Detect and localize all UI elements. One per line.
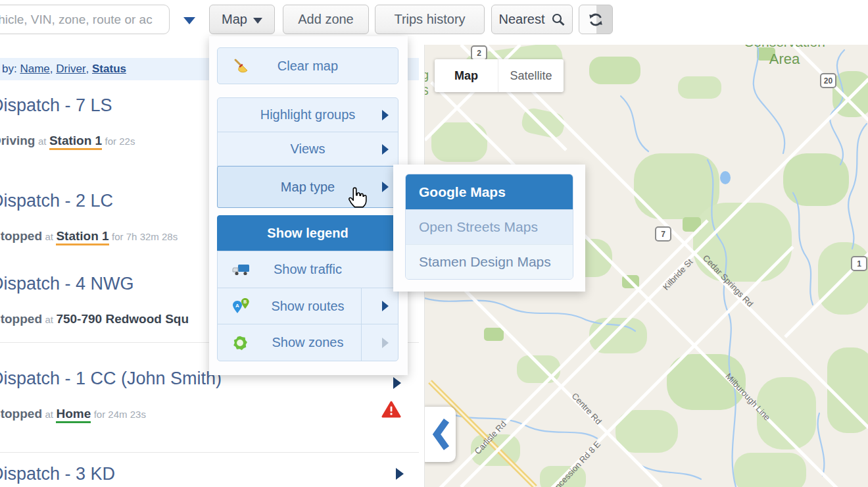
at-word: at: [38, 136, 47, 147]
road-label: Centre Rd: [570, 391, 604, 426]
sort-separator: ,: [86, 63, 92, 76]
sort-separator: ,: [50, 63, 56, 76]
svg-text:A: A: [235, 303, 239, 309]
vehicle-state: Stopped: [0, 312, 42, 326]
menu-item-show-routes[interactable]: B A Show routes: [217, 288, 398, 324]
map-menu-button[interactable]: Map: [209, 5, 275, 34]
map-type-control: Map Satellite: [435, 59, 564, 92]
fleet-tracking-app: Map Add zone Trips history Nearest: [0, 0, 868, 487]
vehicle-status: Driving at Station 1 for 22s: [0, 134, 135, 148]
submenu-item-open-streets-maps[interactable]: Open Streets Maps: [406, 209, 573, 244]
add-zone-label: Add zone: [298, 12, 354, 27]
satellite-view-toggle[interactable]: Satellite: [498, 59, 564, 92]
svg-text:1: 1: [857, 259, 861, 269]
vehicle-place-link[interactable]: Home: [56, 407, 91, 423]
expand-arrow-icon[interactable]: [396, 468, 404, 480]
vehicle-list-item[interactable]: Dispatch - 1 CC (John Smith) Stopped at …: [0, 369, 419, 452]
search-dropdown-caret-icon[interactable]: [183, 17, 195, 24]
nearest-label: Nearest: [498, 12, 544, 27]
sort-by-name-link[interactable]: Name: [20, 63, 49, 76]
vehicle-duration: for 7h 32m 28s: [112, 231, 178, 242]
trips-history-label: Trips history: [394, 12, 465, 27]
route-pins-icon: B A: [232, 297, 253, 315]
route-shield: 1: [852, 257, 867, 270]
menu-item-label: Map type: [281, 180, 335, 195]
add-zone-button[interactable]: Add zone: [283, 5, 369, 34]
map-type-submenu: Google Maps Open Streets Maps Stamen Des…: [393, 165, 585, 292]
map-dropdown-menu: Clear map Highlight groups Views Map typ…: [209, 36, 408, 375]
submenu-arrow-icon: [382, 182, 389, 192]
svg-text:7: 7: [661, 230, 665, 239]
list-divider: [0, 452, 419, 453]
refresh-icon: [588, 12, 604, 28]
map-menu-button-label: Map: [222, 12, 247, 27]
zone-icon: [232, 335, 248, 351]
svg-text:B: B: [243, 299, 247, 304]
menu-item-label: Show routes: [271, 299, 344, 314]
sort-by-label: by:: [2, 63, 20, 76]
menu-item-map-type[interactable]: Map type: [217, 166, 398, 208]
svg-text:2: 2: [477, 49, 481, 58]
nearest-button[interactable]: Nearest: [491, 5, 573, 34]
vehicle-duration: for 22s: [105, 136, 135, 147]
hand-cursor-icon: [346, 186, 370, 212]
vehicle-title[interactable]: Dispatch - 3 KD: [0, 464, 115, 484]
vehicle-place: 750-790 Redwood Squ: [56, 312, 189, 326]
vehicle-title[interactable]: Dispatch - 2 LC: [0, 191, 113, 211]
vehicle-list-item[interactable]: Dispatch - 3 KD: [0, 464, 419, 487]
svg-text:20: 20: [824, 76, 833, 86]
at-word: at: [45, 231, 53, 242]
submenu-arrow-icon: [382, 338, 389, 348]
search-input[interactable]: [0, 5, 170, 34]
vehicle-status: Stopped at Home for 24m 23s: [0, 407, 146, 421]
menu-divider: [361, 324, 362, 361]
trips-history-button[interactable]: Trips history: [375, 5, 485, 34]
chevron-left-icon: [433, 417, 450, 452]
menu-item-show-zones[interactable]: Show zones: [217, 324, 398, 361]
submenu-item-stamen-design-maps[interactable]: Stamen Design Maps: [406, 244, 573, 279]
chevron-down-icon: [253, 18, 262, 24]
menu-item-label: Highlight groups: [260, 107, 356, 122]
refresh-button[interactable]: [579, 5, 613, 34]
top-toolbar: Map Add zone Trips history Nearest: [0, 0, 868, 36]
collapse-panel-button[interactable]: [424, 407, 456, 462]
menu-item-label: Views: [291, 141, 326, 157]
vehicle-duration: for 24m 23s: [94, 409, 146, 420]
vehicle-place-link[interactable]: Station 1: [56, 229, 108, 245]
submenu-arrow-icon: [382, 110, 389, 120]
vehicle-place-link[interactable]: Station 1: [49, 134, 102, 150]
submenu-arrow-icon: [382, 301, 389, 311]
broom-icon: [232, 57, 249, 74]
map-view-toggle[interactable]: Map: [435, 59, 498, 92]
vehicle-state: Stopped: [0, 407, 42, 421]
vehicle-state: Driving: [0, 134, 35, 147]
submenu-item-google-maps[interactable]: Google Maps: [406, 174, 573, 209]
sort-by-driver-link[interactable]: Driver: [56, 63, 85, 76]
vehicle-title[interactable]: Dispatch - 7 LS: [0, 95, 112, 116]
route-shield: 7: [656, 227, 671, 241]
at-word: at: [45, 314, 53, 325]
vehicle-title[interactable]: Dispatch - 1 CC (John Smith): [0, 369, 222, 389]
menu-divider: [361, 288, 362, 324]
route-shield: 2: [471, 46, 487, 60]
vehicle-title[interactable]: Dispatch - 4 NWG: [0, 274, 134, 294]
menu-item-label: Clear map: [277, 59, 338, 74]
search-magnifier-icon: [551, 13, 566, 27]
menu-item-show-traffic[interactable]: Show traffic: [217, 251, 398, 288]
route-shield: 20: [821, 74, 836, 88]
vehicle-status: Stopped at 750-790 Redwood Squ: [0, 312, 189, 326]
vehicle-state: Stopped: [0, 229, 42, 243]
warning-icon[interactable]: [381, 400, 401, 421]
truck-icon: [232, 263, 251, 276]
expand-arrow-icon[interactable]: [393, 377, 401, 389]
clipped-map-label: g: [425, 68, 429, 82]
menu-item-highlight-groups[interactable]: Highlight groups: [217, 97, 398, 132]
menu-item-label: Show zones: [272, 335, 344, 350]
menu-item-clear-map[interactable]: Clear map: [217, 47, 398, 84]
menu-item-views[interactable]: Views: [217, 132, 398, 167]
submenu-arrow-icon: [382, 144, 389, 155]
menu-item-show-legend[interactable]: Show legend: [217, 215, 398, 251]
at-word: at: [45, 409, 53, 420]
area-label-line2: Area: [769, 51, 800, 67]
sort-by-status-link[interactable]: Status: [92, 63, 126, 76]
